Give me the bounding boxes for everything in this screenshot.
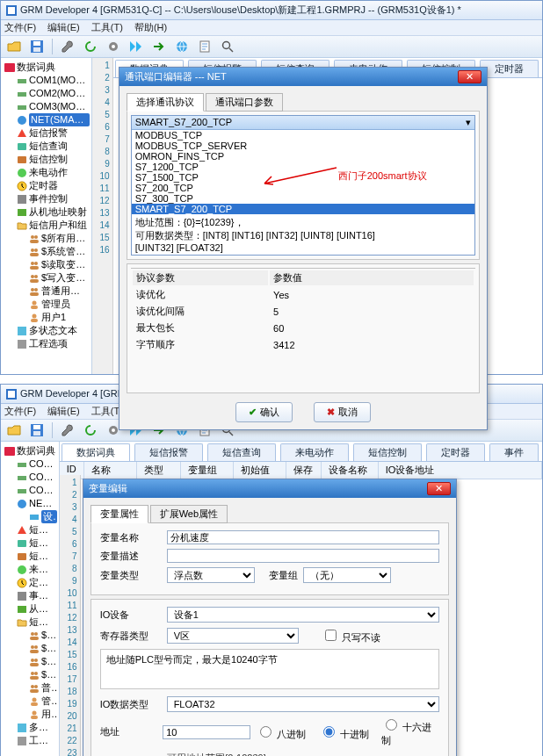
users-icon [29,273,40,284]
menu-file[interactable]: 文件(F) [4,22,36,32]
svg-point-67 [31,645,34,649]
svg-point-28 [34,262,38,265]
register-type-select[interactable]: V区 [167,628,299,644]
open-icon[interactable] [4,421,24,439]
book-icon [4,446,15,457]
cancel-button[interactable]: ✖取消 [314,402,371,422]
dialog-title: 通讯端口编辑器 --- NET [125,70,227,83]
svg-point-36 [33,300,37,305]
svg-point-70 [31,659,34,662]
text-icon [17,326,27,336]
call-icon [17,168,27,178]
dialog-tabs[interactable]: 变量属性 扩展Web属性 [90,505,449,523]
var-type-select[interactable]: 浮点数 [167,567,255,583]
radix-octal[interactable]: 八进制 [256,724,314,741]
svg-rect-72 [30,663,39,666]
open-icon[interactable] [4,38,24,55]
wrench-icon[interactable] [58,38,77,55]
svg-rect-37 [31,306,38,309]
doc-icon[interactable] [195,38,214,55]
svg-rect-23 [30,240,39,243]
svg-rect-43 [8,391,15,398]
io-datatype-select[interactable]: FLOAT32 [167,696,439,712]
refresh-icon[interactable] [81,38,100,55]
svg-rect-57 [30,515,39,520]
svg-rect-45 [33,425,40,429]
users-icon [29,247,40,257]
variable-edit-dialog: 变量编辑 ✕ 变量属性 扩展Web属性 变量名称 变量描述 变量类型 浮点数 [83,479,457,756]
var-name-input[interactable] [167,530,439,544]
svg-point-9 [223,42,230,49]
svg-rect-35 [30,292,39,296]
svg-rect-20 [18,209,26,216]
book-icon [4,62,15,73]
port-icon [17,89,27,99]
svg-point-65 [34,632,38,636]
svg-point-73 [31,672,34,675]
svg-point-81 [33,710,37,715]
tree-device[interactable]: 设备1 [41,510,57,523]
radix-decimal[interactable]: 十进制 [319,724,377,741]
menu-bar[interactable]: 文件(F) 编辑(E) 工具(T) 帮助(H) [1,20,542,36]
folder-icon [17,220,27,231]
radix-hex[interactable]: 十六进制 [381,716,439,747]
search-icon[interactable] [218,38,237,55]
arrow-icon[interactable] [149,38,169,55]
chevron-down-icon[interactable]: ▾ [466,117,471,128]
menu-edit[interactable]: 编辑(E) [47,22,80,32]
svg-point-56 [18,500,26,508]
user-icon [29,313,40,323]
play-icon[interactable] [127,38,146,55]
var-group-select[interactable]: （无） [303,567,391,583]
refresh-icon[interactable] [81,421,100,439]
protocol-list[interactable]: MODBUS_TCP MODBUS_TCP_SERVER OMRON_FINS_… [132,130,474,214]
svg-rect-1 [8,7,15,14]
close-icon[interactable]: ✕ [427,482,451,495]
menu-help[interactable]: 帮助(H) [134,22,167,32]
row-gutter: 12345678910111213141516 [92,58,113,374]
net-icon [17,115,27,126]
users-icon [29,260,40,270]
address-note: 地址随PLC型号而定，最大是10240字节 [100,649,439,689]
ctrl-icon [17,155,27,165]
title-bar: GRM Developer 4 [GRM531Q-C] -- C:\Users\… [1,1,542,20]
save-icon[interactable] [27,38,47,55]
map-icon [17,207,27,218]
svg-point-34 [34,288,38,292]
dialog-tabs[interactable]: 选择通讯协议 通讯端口参数 [127,93,480,112]
main-tabs[interactable]: 数据词典 短信报警 短信查询 来电动作 短信控制 定时器 事件 [60,442,542,462]
close-icon[interactable]: ✕ [458,70,481,83]
svg-point-25 [34,248,38,252]
svg-rect-41 [18,340,26,349]
protocol-dropdown[interactable]: SMART_S7_200_TCP▾ MODBUS_TCP MODBUS_TCP_… [131,115,475,256]
save-icon[interactable] [27,421,47,439]
svg-rect-3 [33,41,40,46]
timer-icon [17,181,27,191]
gear-icon[interactable] [104,38,123,55]
svg-rect-75 [30,676,39,680]
svg-rect-66 [30,637,39,640]
param-table: 协议参数参数值 读优化Yes 读优化间隔5 最大包长60 字节顺序3412 [131,268,475,354]
query-icon [17,141,27,152]
svg-point-24 [31,248,34,252]
opts-icon [17,339,27,349]
tree-net[interactable]: NET(SMART_S7_200_TCP [29,113,90,126]
address-input[interactable] [163,725,250,739]
menu-tools[interactable]: 工具(T) [91,22,123,32]
nav-tree[interactable]: 数据词典 COM1(MODBUS_RTU) COM2(MODBUS_RTU) C… [1,58,92,374]
var-desc-input[interactable] [167,549,439,563]
globe-icon[interactable] [172,38,192,55]
ok-button[interactable]: ✔确认 [235,402,293,422]
svg-rect-10 [4,63,15,72]
svg-rect-59 [18,553,26,560]
row-gutter: 1234567891011121314151617181920212223 [60,475,81,756]
port-editor-dialog: 通讯端口编辑器 --- NET ✕ 选择通讯协议 通讯端口参数 SMART_S7… [119,67,488,430]
svg-point-60 [18,565,26,574]
wrench-icon[interactable] [58,421,77,439]
tree-root[interactable]: 数据词典 [17,61,55,74]
io-device-select[interactable]: 设备1 [167,607,439,623]
nav-tree[interactable]: 数据词典 COM1(MODBUS_RTU) COM2(MODBUS_RTU) C… [1,442,60,756]
svg-rect-52 [4,447,15,456]
write-only-checkbox[interactable]: 只写不读 [322,627,383,644]
svg-rect-69 [30,650,39,653]
